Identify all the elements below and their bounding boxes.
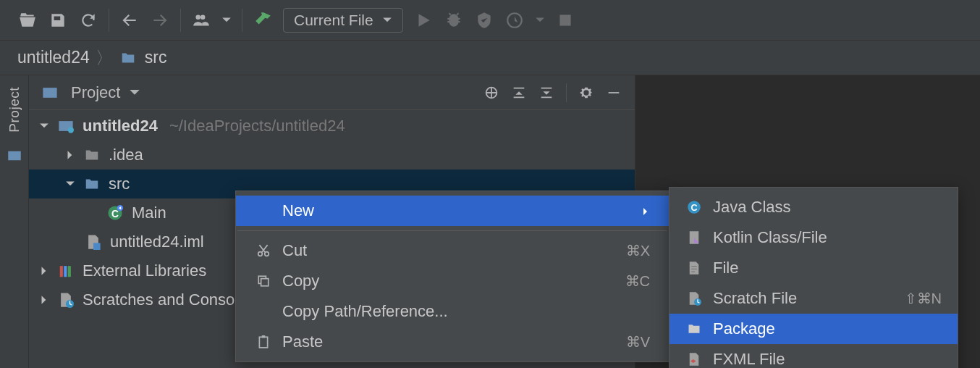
tree-label: .idea [109, 146, 143, 164]
module-icon [56, 117, 75, 135]
submenu-fxml[interactable]: FXML File [669, 344, 958, 368]
project-header-icon [41, 83, 59, 102]
svg-rect-12 [60, 266, 63, 277]
package-folder-icon [685, 322, 703, 336]
svg-rect-13 [64, 266, 67, 277]
forward-icon[interactable] [150, 10, 170, 30]
chevron-down-icon[interactable] [221, 10, 232, 30]
menu-separator [237, 230, 667, 231]
folder-icon [119, 49, 138, 67]
tree-label: untitled24.iml [110, 233, 204, 251]
side-tab-project-icon[interactable] [7, 149, 22, 167]
run-config-dropdown[interactable]: Current File [283, 8, 403, 33]
build-icon[interactable] [253, 10, 273, 30]
submenu-kotlin[interactable]: Kotlin Class/File [669, 222, 958, 253]
chevron-right-icon [641, 201, 650, 220]
scratch-file-icon [685, 291, 703, 306]
svg-rect-11 [93, 243, 101, 250]
tree-label: Scratches and Consoles [83, 290, 255, 309]
menu-label: Java Class [713, 198, 942, 217]
folder-icon [83, 146, 101, 164]
tree-label: External Libraries [83, 262, 206, 280]
menu-label: Cut [282, 241, 616, 260]
menu-label: New [282, 201, 631, 220]
file-icon [84, 233, 103, 251]
open-icon[interactable] [17, 10, 38, 30]
svg-text:C: C [690, 203, 697, 213]
menu-label: Scratch File [713, 289, 895, 308]
new-submenu: C Java Class Kotlin Class/File File Scra… [669, 187, 958, 368]
breadcrumb-folder[interactable]: src [119, 48, 167, 67]
main-toolbar: Current File [0, 0, 980, 41]
chevron-right-icon[interactable] [36, 295, 52, 305]
svg-rect-3 [43, 88, 56, 98]
svg-rect-21 [262, 335, 266, 338]
sync-icon[interactable] [78, 10, 98, 30]
svg-rect-2 [8, 151, 21, 160]
file-icon [685, 261, 703, 275]
svg-rect-5 [609, 92, 620, 93]
chevron-down-icon[interactable] [36, 121, 52, 131]
chevron-down-icon[interactable] [535, 10, 545, 30]
menu-copy[interactable]: Copy ⌘C [236, 266, 669, 296]
menu-copy-path[interactable]: Copy Path/Reference... [236, 296, 669, 327]
profile-icon[interactable] [504, 10, 525, 30]
tree-hint: ~/IdeaProjects/untitled24 [169, 117, 345, 135]
tree-idea-folder[interactable]: .idea [29, 141, 635, 170]
project-panel-header: Project [29, 75, 635, 110]
tree-label: src [109, 175, 130, 193]
coverage-icon[interactable] [474, 10, 494, 30]
menu-shortcut: ⌘V [626, 333, 650, 351]
paste-icon [255, 335, 272, 348]
chevron-right-icon[interactable] [62, 150, 78, 160]
save-all-icon[interactable] [48, 10, 68, 30]
project-tab[interactable]: Project [4, 81, 25, 138]
chevron-right-icon: 〉 [93, 46, 116, 70]
submenu-file[interactable]: File [669, 253, 958, 283]
run-icon[interactable] [413, 10, 434, 30]
svg-text:C: C [111, 209, 119, 219]
menu-shortcut: ⇧⌘N [905, 290, 942, 307]
kotlin-icon [685, 230, 703, 245]
menu-label: File [713, 259, 942, 277]
submenu-package[interactable]: Package [669, 314, 958, 344]
menu-shortcut: ⌘C [625, 272, 650, 290]
tree-label: Main [132, 204, 166, 222]
menu-shortcut: ⌘X [626, 242, 650, 259]
back-icon[interactable] [119, 10, 140, 30]
submenu-java-class[interactable]: C Java Class [669, 192, 958, 222]
debug-icon[interactable] [444, 10, 464, 30]
chevron-down-icon[interactable] [62, 179, 78, 189]
chevron-down-icon[interactable] [129, 83, 140, 103]
menu-new[interactable]: New [236, 196, 669, 226]
class-icon: C [106, 204, 124, 222]
collapse-all-icon[interactable] [537, 83, 556, 102]
svg-point-16 [258, 252, 263, 256]
cut-icon [255, 244, 272, 257]
menu-label: Copy Path/Reference... [282, 302, 650, 321]
menu-paste[interactable]: Paste ⌘V [236, 327, 669, 357]
panel-title: Project [71, 83, 120, 102]
tree-project-root[interactable]: untitled24 ~/IdeaProjects/untitled24 [29, 112, 635, 141]
menu-label: Paste [282, 333, 616, 351]
copy-icon [255, 275, 272, 288]
expand-all-icon[interactable] [510, 83, 528, 102]
menu-label: FXML File [713, 350, 942, 368]
context-menu: New Cut ⌘X Copy ⌘C Copy Path/Reference..… [235, 191, 669, 362]
stop-icon[interactable] [555, 10, 575, 30]
svg-rect-1 [559, 14, 570, 25]
menu-label: Kotlin Class/File [713, 228, 942, 247]
fxml-icon [685, 352, 703, 367]
submenu-scratch-file[interactable]: Scratch File ⇧⌘N [669, 283, 958, 314]
breadcrumb-root[interactable]: untitled24 [17, 48, 90, 67]
menu-cut[interactable]: Cut ⌘X [236, 235, 669, 266]
tree-label: untitled24 [83, 117, 158, 135]
svg-rect-19 [261, 279, 269, 286]
menu-label: Package [713, 319, 942, 338]
select-opened-icon[interactable] [482, 83, 501, 102]
users-icon[interactable] [191, 10, 211, 30]
minimize-icon[interactable] [604, 83, 623, 102]
gear-icon[interactable] [577, 83, 596, 102]
chevron-right-icon[interactable] [36, 266, 52, 276]
svg-rect-20 [259, 337, 267, 348]
